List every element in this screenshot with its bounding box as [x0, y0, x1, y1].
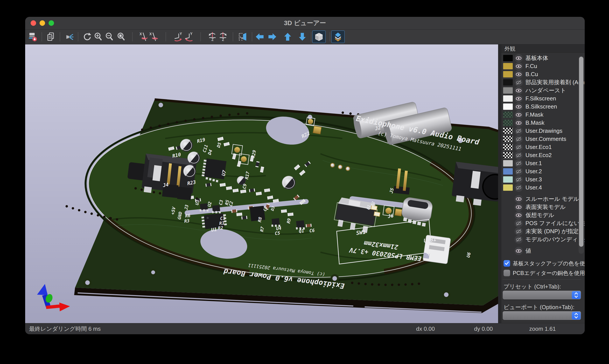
layer-color-swatch[interactable] [503, 152, 513, 158]
visibility-eye-off-icon[interactable] [515, 167, 523, 176]
checkbox-icon[interactable] [504, 270, 510, 276]
visibility-eye-icon[interactable] [515, 195, 523, 203]
layer-color-swatch[interactable] [503, 112, 513, 118]
visibility-eye-icon[interactable] [515, 203, 523, 211]
visibility-eye-icon[interactable] [515, 94, 523, 103]
zoom-in-button[interactable] [92, 31, 104, 42]
layer-color-swatch[interactable] [503, 136, 513, 142]
pcb-3d-viewport[interactable]: R19C11D4D5R10R23J4U7R29R17C9R22J2J5SW1D1… [25, 44, 498, 323]
model-row: スルーホール モデル [501, 195, 585, 203]
layer-label: F.Silkscreen [525, 95, 556, 102]
use-pcb-copper-colors-checkbox[interactable]: PCBエディターの銅色を使用 [504, 269, 585, 277]
layer-row: User.4 [501, 183, 585, 192]
use-stackup-colors-checkbox[interactable]: 基板スタックアップの色を使用 [504, 260, 585, 267]
layer-color-swatch[interactable] [503, 104, 513, 110]
layer-color-swatch[interactable] [503, 71, 513, 78]
layer-color-swatch[interactable] [503, 176, 513, 183]
visibility-eye-off-icon[interactable] [515, 127, 523, 135]
copy-image-button[interactable] [45, 31, 57, 42]
rotate-y-ccw-button[interactable]: Y [173, 31, 184, 42]
layer-label: B.Mask [525, 119, 544, 126]
visibility-eye-icon[interactable] [515, 70, 523, 78]
pan-up-button[interactable] [282, 31, 293, 42]
copy-icon [46, 32, 56, 42]
layer-color-swatch[interactable] [503, 120, 513, 126]
reload-board-button[interactable] [27, 31, 39, 42]
silkscreen-ref: C6 [309, 228, 315, 234]
visibility-eye-icon[interactable] [515, 247, 523, 255]
layer-label: 値 [525, 247, 531, 255]
visibility-eye-icon[interactable] [515, 119, 523, 127]
visibility-eye-off-icon[interactable] [515, 151, 523, 159]
layer-color-swatch[interactable] [503, 128, 513, 134]
rotate-z-cw-button[interactable]: Z [217, 31, 229, 42]
silkscreen-ref: C2 [228, 201, 234, 207]
arrow-up-icon [283, 32, 293, 42]
visibility-eye-off-icon[interactable] [515, 183, 523, 192]
visibility-eye-off-icon[interactable] [515, 159, 523, 168]
pan-right-button[interactable] [267, 31, 278, 42]
refresh-view-button[interactable] [81, 31, 93, 42]
flip-icon [237, 32, 247, 42]
appearance-panel: 外観 基板本体F.CuB.Cu部品実装用接着剤 (AdhハンダペーストF.Sil… [501, 44, 585, 323]
silkscreen-ref: U2 [207, 201, 213, 207]
dropdown-stepper-icon[interactable] [572, 291, 581, 299]
layer-color-swatch[interactable] [503, 160, 513, 167]
visibility-eye-off-icon[interactable] [515, 219, 523, 228]
flip-board-button[interactable] [237, 31, 248, 42]
rotate-y-cw-button[interactable]: Y [183, 31, 194, 42]
visibility-eye-off-icon[interactable] [515, 175, 523, 184]
visibility-eye-off-icon[interactable] [515, 78, 523, 87]
preset-dropdown[interactable] [503, 291, 581, 299]
silkscreen-ref: R9 [286, 218, 292, 224]
visibility-eye-off-icon[interactable] [515, 135, 523, 143]
checkbox-icon[interactable] [504, 260, 510, 267]
layer-color-swatch[interactable] [503, 168, 513, 175]
titlebar[interactable]: 3D ビューアー [25, 17, 585, 29]
svg-text:X: X [149, 32, 152, 36]
rotate-z-ccw-button[interactable]: Z [207, 31, 218, 42]
orthographic-projection-toggle[interactable] [312, 30, 326, 43]
visibility-eye-off-icon[interactable] [515, 143, 523, 151]
model-row: 未実装 (DNP) が指定さ [501, 227, 585, 235]
zoom-out-button[interactable] [104, 31, 115, 42]
pcb-3d-scene[interactable]: R19C11D4D5R10R23J4U7R29R17C9R22J2J5SW1D1… [25, 44, 498, 323]
viewport-dropdown[interactable] [503, 311, 581, 320]
silkscreen-ref: J6 [387, 213, 394, 219]
preset-label: プリセット (Ctrl+Tab): [504, 283, 561, 290]
layer-color-swatch[interactable] [503, 79, 513, 86]
visibility-eye-icon[interactable] [515, 211, 523, 220]
scrollbar-thumb[interactable] [579, 57, 583, 247]
svg-text:Z: Z [222, 38, 224, 41]
svg-text:Z: Z [211, 38, 214, 41]
visibility-eye-icon[interactable] [515, 103, 523, 111]
pan-left-button[interactable] [254, 31, 265, 42]
rotate-x-cw-button[interactable]: X [148, 31, 160, 42]
layer-color-swatch[interactable] [503, 55, 513, 61]
raytracing-render-button[interactable] [64, 31, 76, 42]
visibility-eye-icon[interactable] [515, 62, 523, 70]
visibility-eye-off-icon[interactable] [515, 235, 523, 244]
zoom-fit-button[interactable] [116, 31, 127, 42]
visibility-eye-icon[interactable] [515, 86, 523, 95]
layer-row: F.Cu [501, 62, 585, 70]
layer-list-scrollbar[interactable] [579, 56, 584, 254]
visibility-eye-icon[interactable] [515, 111, 523, 119]
layer-row: User.2 [501, 167, 585, 175]
appearance-panel-toggle[interactable] [331, 30, 345, 43]
visibility-eye-off-icon[interactable] [515, 227, 523, 235]
layer-color-swatch[interactable] [503, 95, 513, 102]
layer-color-swatch[interactable] [503, 144, 513, 150]
layer-label: B.Silkscreen [525, 103, 557, 110]
layer-label: User.4 [525, 184, 542, 191]
pan-down-button[interactable] [297, 31, 308, 42]
layer-color-swatch[interactable] [503, 184, 513, 191]
panel-splitter[interactable] [498, 44, 501, 323]
layer-color-swatch[interactable] [503, 87, 513, 94]
layer-label: F.Cu [525, 63, 537, 70]
dropdown-stepper-icon[interactable] [572, 312, 581, 320]
layer-color-swatch[interactable] [503, 63, 513, 69]
silkscreen-ref: C3 [218, 199, 224, 206]
layers-icon [333, 32, 343, 41]
visibility-eye-icon[interactable] [515, 54, 523, 62]
